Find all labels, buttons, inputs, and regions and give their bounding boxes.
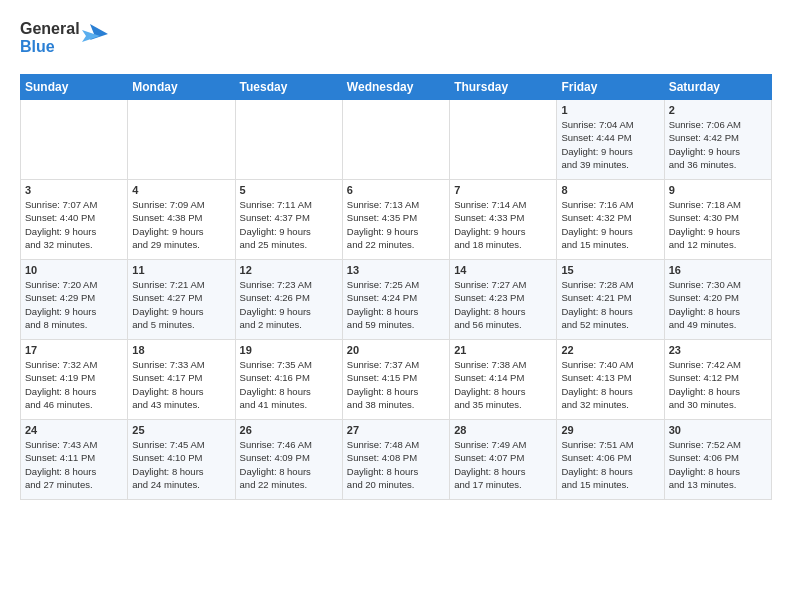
day-cell: 22Sunrise: 7:40 AM Sunset: 4:13 PM Dayli… [557,340,664,420]
day-header-monday: Monday [128,75,235,100]
day-header-wednesday: Wednesday [342,75,449,100]
day-header-sunday: Sunday [21,75,128,100]
day-header-friday: Friday [557,75,664,100]
day-cell: 13Sunrise: 7:25 AM Sunset: 4:24 PM Dayli… [342,260,449,340]
day-number: 16 [669,264,767,276]
day-info: Sunrise: 7:25 AM Sunset: 4:24 PM Dayligh… [347,278,445,331]
logo-area: General Blue [20,16,110,66]
day-info: Sunrise: 7:21 AM Sunset: 4:27 PM Dayligh… [132,278,230,331]
day-info: Sunrise: 7:09 AM Sunset: 4:38 PM Dayligh… [132,198,230,251]
day-cell [128,100,235,180]
day-number: 23 [669,344,767,356]
day-info: Sunrise: 7:04 AM Sunset: 4:44 PM Dayligh… [561,118,659,171]
day-number: 13 [347,264,445,276]
day-cell: 5Sunrise: 7:11 AM Sunset: 4:37 PM Daylig… [235,180,342,260]
day-info: Sunrise: 7:27 AM Sunset: 4:23 PM Dayligh… [454,278,552,331]
day-number: 8 [561,184,659,196]
day-info: Sunrise: 7:45 AM Sunset: 4:10 PM Dayligh… [132,438,230,491]
day-number: 29 [561,424,659,436]
day-cell: 16Sunrise: 7:30 AM Sunset: 4:20 PM Dayli… [664,260,771,340]
day-cell: 15Sunrise: 7:28 AM Sunset: 4:21 PM Dayli… [557,260,664,340]
week-row-1: 1Sunrise: 7:04 AM Sunset: 4:44 PM Daylig… [21,100,772,180]
day-number: 18 [132,344,230,356]
day-cell: 2Sunrise: 7:06 AM Sunset: 4:42 PM Daylig… [664,100,771,180]
day-cell: 4Sunrise: 7:09 AM Sunset: 4:38 PM Daylig… [128,180,235,260]
day-info: Sunrise: 7:33 AM Sunset: 4:17 PM Dayligh… [132,358,230,411]
day-number: 7 [454,184,552,196]
day-number: 25 [132,424,230,436]
day-cell: 18Sunrise: 7:33 AM Sunset: 4:17 PM Dayli… [128,340,235,420]
day-info: Sunrise: 7:37 AM Sunset: 4:15 PM Dayligh… [347,358,445,411]
day-number: 11 [132,264,230,276]
day-number: 30 [669,424,767,436]
day-info: Sunrise: 7:48 AM Sunset: 4:08 PM Dayligh… [347,438,445,491]
day-number: 24 [25,424,123,436]
day-info: Sunrise: 7:18 AM Sunset: 4:30 PM Dayligh… [669,198,767,251]
day-header-thursday: Thursday [450,75,557,100]
header-row: SundayMondayTuesdayWednesdayThursdayFrid… [21,75,772,100]
day-cell: 14Sunrise: 7:27 AM Sunset: 4:23 PM Dayli… [450,260,557,340]
day-number: 26 [240,424,338,436]
day-cell: 30Sunrise: 7:52 AM Sunset: 4:06 PM Dayli… [664,420,771,500]
day-cell [21,100,128,180]
week-row-4: 17Sunrise: 7:32 AM Sunset: 4:19 PM Dayli… [21,340,772,420]
day-info: Sunrise: 7:32 AM Sunset: 4:19 PM Dayligh… [25,358,123,411]
day-cell: 28Sunrise: 7:49 AM Sunset: 4:07 PM Dayli… [450,420,557,500]
day-number: 3 [25,184,123,196]
day-header-tuesday: Tuesday [235,75,342,100]
day-cell: 17Sunrise: 7:32 AM Sunset: 4:19 PM Dayli… [21,340,128,420]
day-number: 14 [454,264,552,276]
day-cell: 29Sunrise: 7:51 AM Sunset: 4:06 PM Dayli… [557,420,664,500]
day-cell: 3Sunrise: 7:07 AM Sunset: 4:40 PM Daylig… [21,180,128,260]
day-info: Sunrise: 7:30 AM Sunset: 4:20 PM Dayligh… [669,278,767,331]
day-info: Sunrise: 7:49 AM Sunset: 4:07 PM Dayligh… [454,438,552,491]
day-number: 10 [25,264,123,276]
day-cell: 19Sunrise: 7:35 AM Sunset: 4:16 PM Dayli… [235,340,342,420]
day-cell: 24Sunrise: 7:43 AM Sunset: 4:11 PM Dayli… [21,420,128,500]
day-info: Sunrise: 7:38 AM Sunset: 4:14 PM Dayligh… [454,358,552,411]
day-number: 15 [561,264,659,276]
day-cell: 10Sunrise: 7:20 AM Sunset: 4:29 PM Dayli… [21,260,128,340]
day-info: Sunrise: 7:06 AM Sunset: 4:42 PM Dayligh… [669,118,767,171]
day-number: 28 [454,424,552,436]
day-number: 2 [669,104,767,116]
day-info: Sunrise: 7:16 AM Sunset: 4:32 PM Dayligh… [561,198,659,251]
day-cell: 23Sunrise: 7:42 AM Sunset: 4:12 PM Dayli… [664,340,771,420]
day-info: Sunrise: 7:40 AM Sunset: 4:13 PM Dayligh… [561,358,659,411]
svg-text:General: General [20,20,80,37]
day-number: 21 [454,344,552,356]
svg-text:Blue: Blue [20,38,55,55]
day-cell: 21Sunrise: 7:38 AM Sunset: 4:14 PM Dayli… [450,340,557,420]
day-cell [450,100,557,180]
day-number: 17 [25,344,123,356]
day-info: Sunrise: 7:07 AM Sunset: 4:40 PM Dayligh… [25,198,123,251]
day-cell: 26Sunrise: 7:46 AM Sunset: 4:09 PM Dayli… [235,420,342,500]
day-info: Sunrise: 7:51 AM Sunset: 4:06 PM Dayligh… [561,438,659,491]
day-cell: 6Sunrise: 7:13 AM Sunset: 4:35 PM Daylig… [342,180,449,260]
day-cell: 8Sunrise: 7:16 AM Sunset: 4:32 PM Daylig… [557,180,664,260]
day-info: Sunrise: 7:20 AM Sunset: 4:29 PM Dayligh… [25,278,123,331]
day-cell: 1Sunrise: 7:04 AM Sunset: 4:44 PM Daylig… [557,100,664,180]
day-cell [235,100,342,180]
day-info: Sunrise: 7:52 AM Sunset: 4:06 PM Dayligh… [669,438,767,491]
day-info: Sunrise: 7:42 AM Sunset: 4:12 PM Dayligh… [669,358,767,411]
day-info: Sunrise: 7:28 AM Sunset: 4:21 PM Dayligh… [561,278,659,331]
day-number: 12 [240,264,338,276]
day-cell [342,100,449,180]
day-cell: 27Sunrise: 7:48 AM Sunset: 4:08 PM Dayli… [342,420,449,500]
day-info: Sunrise: 7:14 AM Sunset: 4:33 PM Dayligh… [454,198,552,251]
day-info: Sunrise: 7:23 AM Sunset: 4:26 PM Dayligh… [240,278,338,331]
day-number: 5 [240,184,338,196]
week-row-5: 24Sunrise: 7:43 AM Sunset: 4:11 PM Dayli… [21,420,772,500]
logo: General Blue [20,16,110,66]
header: General Blue [20,16,772,66]
week-row-3: 10Sunrise: 7:20 AM Sunset: 4:29 PM Dayli… [21,260,772,340]
day-info: Sunrise: 7:46 AM Sunset: 4:09 PM Dayligh… [240,438,338,491]
day-cell: 12Sunrise: 7:23 AM Sunset: 4:26 PM Dayli… [235,260,342,340]
day-info: Sunrise: 7:11 AM Sunset: 4:37 PM Dayligh… [240,198,338,251]
day-number: 6 [347,184,445,196]
day-number: 9 [669,184,767,196]
day-number: 4 [132,184,230,196]
day-info: Sunrise: 7:35 AM Sunset: 4:16 PM Dayligh… [240,358,338,411]
day-cell: 7Sunrise: 7:14 AM Sunset: 4:33 PM Daylig… [450,180,557,260]
